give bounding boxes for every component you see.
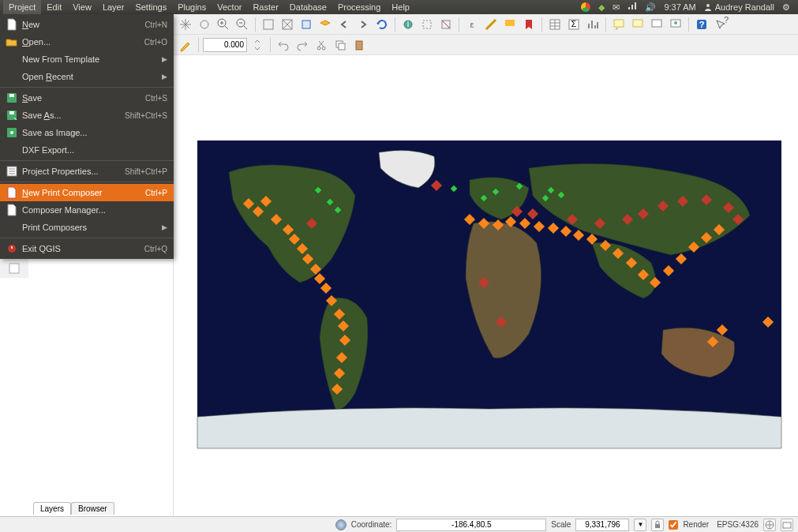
user-menu[interactable]: Audrey Randall: [704, 2, 774, 12]
menu-item-print-composers[interactable]: Print Composers ▶: [0, 219, 174, 236]
tab-browser[interactable]: Browser: [71, 502, 114, 515]
chevron-right-icon: ▶: [162, 223, 167, 231]
zoom-selection-icon[interactable]: [298, 16, 315, 33]
bookmark-icon[interactable]: [520, 16, 538, 33]
zoom-native-icon[interactable]: [260, 16, 277, 33]
menu-settings[interactable]: Settings: [129, 0, 172, 14]
svg-text:?: ?: [724, 15, 729, 24]
paste-icon[interactable]: [350, 36, 368, 54]
identify-icon[interactable]: i: [399, 16, 417, 33]
menu-project[interactable]: Project: [3, 0, 41, 14]
menu-item-open-recent[interactable]: Open Recent ▶: [0, 68, 174, 85]
map-canvas[interactable]: [197, 140, 781, 448]
globe-icon[interactable]: [335, 519, 347, 530]
menu-item-save[interactable]: Save Ctrl+S: [0, 89, 174, 107]
menu-item-open[interactable]: Open... Ctrl+O: [0, 33, 174, 51]
save-icon: [6, 92, 17, 103]
crs-icon[interactable]: [763, 519, 776, 531]
file-blank-icon: [6, 19, 17, 30]
tab-layers[interactable]: Layers: [33, 502, 71, 515]
copy-icon[interactable]: [332, 36, 349, 54]
svg-rect-25: [633, 20, 643, 27]
svg-point-28: [674, 21, 677, 24]
menu-item-exit[interactable]: Exit QGIS Ctrl+Q: [0, 240, 174, 257]
select-icon[interactable]: [418, 16, 436, 33]
whats-this-icon[interactable]: ?: [712, 16, 729, 33]
chrome-icon[interactable]: [581, 2, 590, 12]
scale-dropdown-icon[interactable]: ▼: [634, 519, 646, 531]
menu-item-new-from-template[interactable]: New From Template ▶: [0, 51, 174, 68]
edit-toggle-icon[interactable]: [177, 36, 194, 54]
zoom-layer-icon[interactable]: [317, 16, 334, 33]
annotation-svg-icon[interactable]: [667, 16, 684, 33]
scale-lock-icon[interactable]: [651, 519, 664, 531]
zoom-out-icon[interactable]: [234, 16, 251, 33]
menu-item-project-properties[interactable]: Project Properties... Shift+Ctrl+P: [0, 163, 174, 180]
map-tips-icon[interactable]: [501, 16, 519, 33]
annotation-text-icon[interactable]: [610, 16, 628, 33]
svg-rect-4: [9, 111, 14, 114]
zoom-next-icon[interactable]: [354, 16, 372, 33]
menu-item-save-as[interactable]: Save As... Shift+Ctrl+S: [0, 107, 174, 124]
person-icon: [704, 3, 712, 11]
select-by-expression-icon[interactable]: ε: [463, 16, 481, 33]
menu-item-composer-manager[interactable]: Composer Manager...: [0, 201, 174, 219]
volume-icon[interactable]: 🔊: [645, 2, 656, 13]
svg-point-33: [322, 47, 325, 50]
menu-item-new-print-composer[interactable]: New Print Composer Ctrl+P: [0, 184, 174, 201]
menu-vector[interactable]: Vector: [212, 0, 247, 14]
zoom-last-icon[interactable]: [335, 16, 353, 33]
scale-input[interactable]: [575, 519, 629, 531]
field-calc-icon[interactable]: Σ: [565, 16, 583, 33]
separator: [0, 160, 174, 161]
menu-help[interactable]: Help: [386, 0, 415, 14]
svg-point-6: [10, 131, 13, 134]
clock[interactable]: 9:37 AM: [664, 2, 695, 12]
menu-item-new[interactable]: New Ctrl+N: [0, 16, 174, 33]
gear-icon[interactable]: ⚙: [782, 2, 790, 13]
new-layer-icon[interactable]: [4, 259, 24, 278]
top-menubar: Project Edit View Layer Settings Plugins…: [0, 0, 798, 14]
render-checkbox[interactable]: [669, 520, 678, 530]
menu-processing[interactable]: Processing: [332, 0, 386, 14]
svg-point-9: [200, 21, 208, 28]
mail-icon[interactable]: ✉: [613, 2, 620, 13]
menu-edit[interactable]: Edit: [41, 0, 67, 14]
annotation-html-icon[interactable]: [648, 16, 665, 33]
redo-icon[interactable]: [294, 36, 311, 54]
messages-icon[interactable]: [781, 519, 793, 531]
menu-database[interactable]: Database: [284, 0, 332, 14]
svg-rect-17: [423, 21, 431, 28]
svg-rect-24: [614, 20, 624, 27]
zoom-full-icon[interactable]: [279, 16, 296, 33]
help-icon[interactable]: ?: [693, 16, 710, 33]
deselect-icon[interactable]: [437, 16, 455, 33]
menu-plugins[interactable]: Plugins: [172, 0, 212, 14]
separator: [0, 87, 174, 88]
shield-icon[interactable]: ◆: [598, 2, 605, 13]
statistical-icon[interactable]: [584, 16, 601, 33]
svg-rect-2: [9, 94, 14, 97]
rotation-input[interactable]: [203, 38, 247, 52]
menu-raster[interactable]: Raster: [247, 0, 283, 14]
menu-view[interactable]: View: [67, 0, 97, 14]
svg-rect-26: [652, 20, 661, 27]
menu-item-dxf-export[interactable]: DXF Export...: [0, 141, 174, 159]
network-icon[interactable]: [628, 2, 637, 12]
refresh-icon[interactable]: [373, 16, 391, 33]
menu-item-save-as-image[interactable]: Save as Image...: [0, 124, 174, 141]
measure-icon[interactable]: [482, 16, 500, 33]
coordinate-input[interactable]: [396, 519, 546, 531]
annotation-form-icon[interactable]: [629, 16, 646, 33]
pan-icon[interactable]: [177, 16, 194, 33]
cut-icon[interactable]: [313, 36, 330, 54]
undo-icon[interactable]: [275, 36, 292, 54]
svg-rect-35: [339, 43, 345, 50]
svg-text:i: i: [407, 19, 409, 28]
zoom-in-icon[interactable]: [215, 16, 232, 33]
attribute-table-icon[interactable]: [546, 16, 564, 33]
rotation-spinner-icon[interactable]: [249, 36, 266, 54]
save-as-icon: [6, 110, 17, 121]
menu-layer[interactable]: Layer: [97, 0, 130, 14]
pan-to-selection-icon[interactable]: [196, 16, 213, 33]
